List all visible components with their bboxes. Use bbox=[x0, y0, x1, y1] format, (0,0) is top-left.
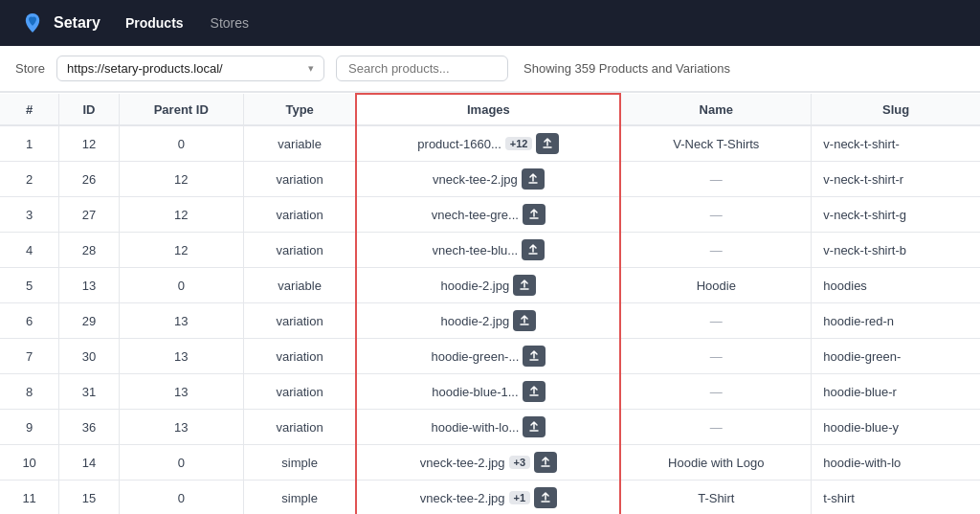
cell-name: — bbox=[620, 233, 812, 268]
table-container: # ID Parent ID Type Images Name Slug 1 1… bbox=[0, 92, 980, 514]
image-badge: +1 bbox=[509, 491, 531, 504]
upload-icon bbox=[540, 457, 551, 468]
cell-type: variable bbox=[243, 125, 356, 162]
cell-name: — bbox=[620, 339, 812, 374]
cell-type: variation bbox=[243, 162, 356, 197]
cell-id: 26 bbox=[59, 162, 120, 197]
search-input[interactable] bbox=[336, 56, 508, 81]
cell-slug: t-shirt bbox=[812, 480, 980, 515]
cell-id: 28 bbox=[59, 233, 120, 268]
upload-button[interactable] bbox=[522, 168, 545, 190]
upload-icon bbox=[527, 244, 539, 256]
upload-icon bbox=[528, 209, 540, 220]
col-name: Name bbox=[620, 94, 812, 125]
cell-slug: v-neck-t-shirt-r bbox=[812, 162, 980, 197]
upload-button[interactable] bbox=[534, 452, 557, 473]
table-row: 11 15 0 simple vneck-tee-2.jpg +1 T-Shir… bbox=[0, 480, 980, 515]
table-row: 7 30 13 variation hoodie-green-... — hoo… bbox=[0, 339, 980, 374]
cell-images: vnech-tee-blu... bbox=[356, 233, 620, 268]
cell-name: — bbox=[620, 410, 812, 445]
cell-name: — bbox=[620, 162, 812, 197]
image-name: vneck-tee-2.jpg bbox=[420, 456, 505, 470]
cell-parent-id: 0 bbox=[119, 480, 243, 515]
cell-parent-id: 13 bbox=[119, 374, 243, 410]
cell-parent-id: 0 bbox=[119, 445, 243, 480]
cell-id: 12 bbox=[59, 125, 120, 162]
cell-images: hoodie-with-lo... bbox=[356, 410, 620, 445]
cell-type: variation bbox=[243, 374, 356, 410]
table-row: 3 27 12 variation vnech-tee-gre... — v-n… bbox=[0, 197, 980, 233]
upload-button[interactable] bbox=[534, 487, 557, 508]
upload-icon bbox=[540, 492, 551, 503]
cell-name: — bbox=[620, 374, 812, 410]
cell-parent-id: 0 bbox=[119, 125, 243, 162]
cell-parent-id: 13 bbox=[119, 339, 243, 374]
chevron-down-icon: ▾ bbox=[308, 62, 314, 75]
upload-icon bbox=[528, 350, 540, 362]
cell-num: 8 bbox=[0, 374, 59, 410]
image-name: vnech-tee-blu... bbox=[433, 243, 519, 257]
navbar: Setary Products Stores bbox=[0, 0, 980, 46]
brand-name: Setary bbox=[54, 14, 100, 32]
products-table: # ID Parent ID Type Images Name Slug 1 1… bbox=[0, 93, 980, 514]
showing-text: Showing 359 Products and Variations bbox=[523, 61, 730, 76]
cell-type: simple bbox=[243, 480, 356, 515]
cell-id: 15 bbox=[59, 480, 120, 515]
cell-name: — bbox=[620, 303, 812, 339]
cell-images: hoodie-2.jpg bbox=[356, 303, 620, 339]
image-name: hoodie-with-lo... bbox=[432, 420, 520, 435]
upload-button[interactable] bbox=[523, 416, 546, 437]
cell-slug: v-neck-t-shirt-b bbox=[812, 233, 980, 268]
image-name: vneck-tee-2.jpg bbox=[420, 491, 505, 505]
image-name: hoodie-2.jpg bbox=[441, 279, 510, 293]
cell-type: variable bbox=[243, 268, 356, 303]
nav-stores[interactable]: Stores bbox=[209, 11, 251, 34]
upload-button[interactable] bbox=[523, 381, 546, 402]
image-badge: +3 bbox=[509, 456, 531, 469]
col-parent-id: Parent ID bbox=[119, 94, 243, 125]
col-id: ID bbox=[59, 94, 120, 125]
cell-slug: v-neck-t-shirt- bbox=[812, 125, 980, 162]
upload-icon bbox=[527, 173, 539, 185]
image-name: hoodie-2.jpg bbox=[441, 314, 510, 328]
cell-id: 29 bbox=[59, 303, 120, 339]
upload-button[interactable] bbox=[522, 239, 545, 260]
upload-button[interactable] bbox=[536, 133, 559, 154]
brand-icon bbox=[19, 10, 46, 36]
cell-images: hoodie-blue-1... bbox=[356, 374, 620, 410]
cell-images: vnech-tee-gre... bbox=[356, 197, 620, 233]
upload-button[interactable] bbox=[513, 275, 536, 296]
cell-slug: hoodie-with-lo bbox=[812, 445, 980, 480]
cell-name: Hoodie bbox=[620, 268, 812, 303]
cell-images: hoodie-green-... bbox=[356, 339, 620, 374]
cell-num: 5 bbox=[0, 268, 59, 303]
cell-images: vneck-tee-2.jpg bbox=[356, 162, 620, 197]
cell-id: 31 bbox=[59, 374, 120, 410]
cell-slug: hoodie-green- bbox=[812, 339, 980, 374]
cell-num: 6 bbox=[0, 303, 59, 339]
upload-button[interactable] bbox=[523, 204, 546, 225]
table-row: 1 12 0 variable product-1660... +12 V-Ne… bbox=[0, 125, 980, 162]
cell-type: simple bbox=[243, 445, 356, 480]
upload-icon bbox=[528, 386, 540, 397]
store-label: Store bbox=[15, 61, 45, 76]
store-select[interactable]: https://setary-products.local/ ▾ bbox=[56, 56, 324, 81]
table-row: 2 26 12 variation vneck-tee-2.jpg — v-ne… bbox=[0, 162, 980, 197]
cell-images: product-1660... +12 bbox=[356, 125, 620, 162]
cell-type: variation bbox=[243, 303, 356, 339]
cell-name: — bbox=[620, 197, 812, 233]
table-row: 4 28 12 variation vnech-tee-blu... — v-n… bbox=[0, 233, 980, 268]
table-header-row: # ID Parent ID Type Images Name Slug bbox=[0, 94, 980, 125]
cell-name: Hoodie with Logo bbox=[620, 445, 812, 480]
cell-images: vneck-tee-2.jpg +3 bbox=[356, 445, 620, 480]
cell-parent-id: 12 bbox=[119, 233, 243, 268]
image-name: vneck-tee-2.jpg bbox=[433, 172, 518, 187]
table-row: 8 31 13 variation hoodie-blue-1... — hoo… bbox=[0, 374, 980, 410]
upload-button[interactable] bbox=[523, 346, 546, 367]
cell-num: 11 bbox=[0, 480, 59, 515]
nav-products[interactable]: Products bbox=[123, 11, 186, 34]
cell-type: variation bbox=[243, 233, 356, 268]
upload-button[interactable] bbox=[513, 310, 536, 331]
cell-id: 30 bbox=[59, 339, 120, 374]
cell-type: variation bbox=[243, 197, 356, 233]
